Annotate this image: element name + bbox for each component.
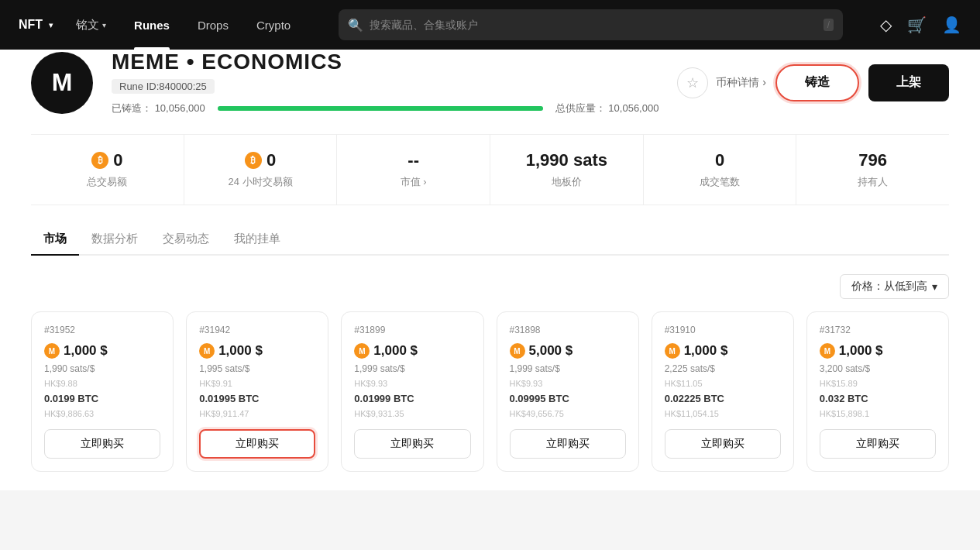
main-content: M MEME • ECONOMICS Rune ID:840000:25 已铸造… — [0, 50, 980, 490]
tab-market[interactable]: 市场 — [31, 224, 79, 256]
buy-button[interactable]: 立即购买 — [44, 429, 160, 459]
stat-value-floor: 1,990 sats — [526, 150, 607, 170]
card-amount-value: 5,000 $ — [529, 343, 573, 359]
stat-market-cap: -- 市值 › — [337, 135, 490, 205]
card-btc-hk: HK$9,911.47 — [199, 409, 315, 418]
token-avatar: M — [31, 52, 93, 114]
buy-button[interactable]: 立即购买 — [820, 429, 936, 459]
navbar: NFT ▾ 铭文 ▾ Runes Drops Crypto 🔍 / ◇ 🛒 👤 — [0, 0, 980, 50]
nft-dropdown-icon: ▾ — [49, 21, 53, 29]
inscription-nav-item[interactable]: 铭文 ▾ — [65, 0, 117, 50]
card-btc: 0.0199 BTC — [44, 393, 160, 404]
mint-button[interactable]: 铸造 — [775, 64, 859, 101]
user-icon[interactable]: 👤 — [942, 15, 961, 34]
card-id: #31952 — [44, 325, 160, 335]
card-amount-value: 1,000 $ — [218, 343, 263, 359]
progress-bar-wrap — [218, 106, 543, 111]
stat-total-volume: ₿ 0 总交易额 — [31, 135, 184, 205]
card-amount: M 1,000 $ — [354, 343, 470, 359]
stat-value-total-volume: ₿ 0 — [91, 150, 122, 170]
card-sats-hk: HK$15.89 — [820, 379, 936, 388]
list-button[interactable]: 上架 — [868, 64, 949, 101]
stat-holders: 796 持有人 — [796, 135, 949, 205]
card-amount-value: 1,000 $ — [684, 343, 728, 359]
nav-icon-group: ◇ 🛒 👤 — [880, 15, 961, 34]
stat-value-holders: 796 — [858, 150, 887, 170]
card-sats: 1,995 sats/$ — [199, 363, 315, 374]
stat-transactions: 0 成交笔数 — [644, 135, 797, 205]
cart-icon[interactable]: 🛒 — [907, 15, 927, 34]
search-icon: 🔍 — [348, 18, 363, 33]
tab-transactions[interactable]: 交易动态 — [150, 224, 222, 256]
card-btc-hk: HK$49,656.75 — [510, 409, 626, 418]
card-sats-hk: HK$9.93 — [354, 379, 470, 388]
market-cap-link[interactable]: 市值 › — [401, 175, 427, 189]
card-sats-hk: HK$9.93 — [510, 379, 626, 388]
search-shortcut: / — [824, 19, 834, 31]
buy-button[interactable]: 立即购买 — [665, 429, 781, 459]
stat-label-24h: 24 小时交易额 — [228, 175, 292, 189]
drops-nav-item[interactable]: Drops — [187, 0, 239, 50]
token-name: MEME • ECONOMICS — [112, 50, 658, 74]
card-btc: 0.032 BTC — [820, 393, 936, 404]
token-info: MEME • ECONOMICS Rune ID:840000:25 已铸造： … — [112, 50, 658, 115]
tabs-row: 市场 数据分析 交易动态 我的挂单 — [31, 224, 949, 256]
buy-button[interactable]: 立即购买 — [354, 429, 470, 459]
total-supply: 总供应量： 10,056,000 — [555, 101, 659, 115]
tab-my-orders[interactable]: 我的挂单 — [222, 224, 293, 256]
listing-card: #31898 M 5,000 $ 1,999 sats/$ HK$9.93 0.… — [497, 311, 639, 472]
cards-grid: #31952 M 1,000 $ 1,990 sats/$ HK$9.88 0.… — [31, 311, 949, 490]
crypto-nav-item[interactable]: Crypto — [246, 0, 301, 50]
detail-link[interactable]: 币种详情 › — [716, 76, 766, 90]
card-btc-hk: HK$9,931.35 — [354, 409, 470, 418]
sort-chevron-icon: ▾ — [932, 280, 937, 293]
card-amount-value: 1,000 $ — [64, 343, 108, 359]
card-amount: M 1,000 $ — [44, 343, 160, 359]
card-amount-value: 1,000 $ — [839, 343, 883, 359]
stat-label-holders: 持有人 — [858, 175, 888, 189]
card-m-icon: M — [510, 343, 525, 359]
card-btc: 0.01995 BTC — [199, 393, 315, 404]
nft-label[interactable]: NFT — [19, 18, 43, 32]
stat-floor-price: 1,990 sats 地板价 — [490, 135, 644, 205]
card-sats-hk: HK$9.91 — [199, 379, 315, 388]
gift-icon[interactable]: ◇ — [880, 15, 892, 34]
card-sats: 3,200 sats/$ — [820, 363, 936, 374]
token-actions-right: ☆ 币种详情 › 铸造 上架 — [677, 64, 949, 101]
inscription-dropdown-icon: ▾ — [102, 21, 106, 29]
card-amount: M 5,000 $ — [510, 343, 626, 359]
favorite-button[interactable]: ☆ — [677, 67, 708, 98]
search-input[interactable] — [339, 9, 843, 40]
card-btc-hk: HK$15,898.1 — [820, 409, 936, 418]
card-amount: M 1,000 $ — [199, 343, 315, 359]
stat-label-total-volume: 总交易额 — [87, 175, 127, 189]
card-id: #31910 — [665, 325, 781, 335]
sort-button[interactable]: 价格：从低到高 ▾ — [840, 274, 949, 299]
card-btc-hk: HK$9,886.63 — [44, 409, 160, 418]
tab-analytics[interactable]: 数据分析 — [79, 224, 150, 256]
stat-24h-volume: ₿ 0 24 小时交易额 — [184, 135, 338, 205]
card-sats: 1,999 sats/$ — [510, 363, 626, 374]
card-amount: M 1,000 $ — [820, 343, 936, 359]
runes-nav-item[interactable]: Runes — [123, 0, 181, 50]
card-sats: 2,225 sats/$ — [665, 363, 781, 374]
btc-icon-24h: ₿ — [245, 152, 262, 169]
nft-nav-item[interactable]: NFT ▾ — [19, 18, 53, 32]
sort-label: 价格：从低到高 — [851, 280, 927, 294]
card-btc: 0.09995 BTC — [510, 393, 626, 404]
card-sats: 1,990 sats/$ — [44, 363, 160, 374]
token-id-badge: Rune ID:840000:25 — [112, 79, 215, 94]
card-m-icon: M — [354, 343, 370, 359]
card-id: #31732 — [820, 325, 936, 335]
buy-button[interactable]: 立即购买 — [510, 429, 626, 459]
token-header: M MEME • ECONOMICS Rune ID:840000:25 已铸造… — [31, 50, 949, 115]
card-id: #31899 — [354, 325, 470, 335]
stat-label-transactions: 成交笔数 — [700, 175, 740, 189]
card-sats-hk: HK$11.05 — [665, 379, 781, 388]
search-container: 🔍 / — [339, 9, 843, 40]
listing-card: #31899 M 1,000 $ 1,999 sats/$ HK$9.93 0.… — [341, 311, 483, 472]
buy-button[interactable]: 立即购买 — [199, 429, 315, 459]
token-progress-section: 已铸造： 10,056,000 总供应量： 10,056,000 — [112, 101, 658, 115]
card-amount: M 1,000 $ — [665, 343, 781, 359]
card-id: #31898 — [510, 325, 626, 335]
